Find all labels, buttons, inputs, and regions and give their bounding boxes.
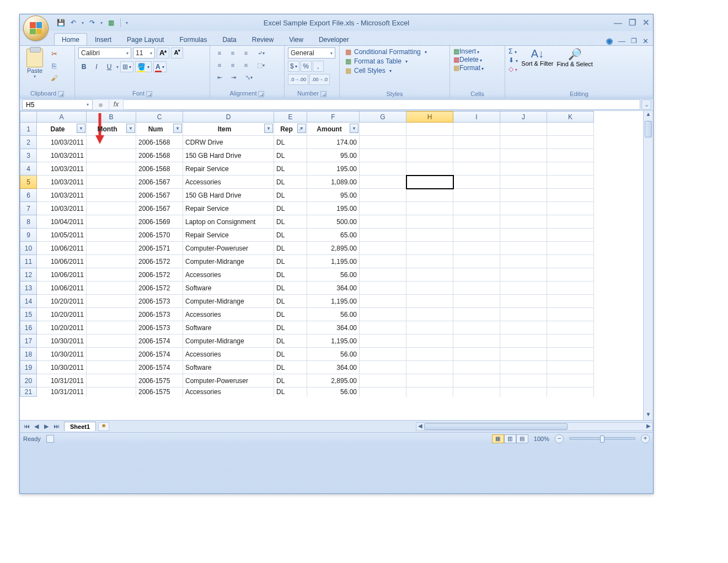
format-as-table-button[interactable]: ▦Format as Table▾ — [343, 57, 429, 66]
cell[interactable] — [500, 268, 547, 282]
fx-cancel-icon[interactable]: ● — [93, 99, 109, 110]
cell[interactable] — [360, 255, 406, 268]
row-header-20[interactable]: 20 — [20, 374, 37, 387]
scroll-down-icon[interactable]: ▼ — [644, 411, 653, 420]
zoom-out-icon[interactable]: − — [555, 434, 564, 443]
tab-insert[interactable]: Insert — [87, 33, 119, 45]
cell[interactable]: 10/05/2011 — [37, 229, 87, 242]
cell[interactable] — [453, 308, 500, 321]
cell[interactable] — [547, 229, 594, 242]
format-button[interactable]: ▦Format▾ — [453, 64, 484, 72]
cell[interactable] — [547, 348, 594, 361]
cell[interactable] — [453, 149, 500, 162]
cell[interactable] — [360, 268, 406, 282]
filter-dropdown-icon[interactable]: ▾ — [350, 124, 358, 133]
page-layout-view-icon[interactable]: ▥ — [504, 434, 516, 443]
col-header-C[interactable]: C — [136, 111, 183, 123]
cell[interactable]: DL — [274, 361, 307, 374]
cell[interactable] — [547, 361, 594, 374]
cell[interactable]: 10/03/2011 — [37, 162, 87, 176]
save-icon[interactable]: 💾 — [56, 18, 65, 27]
cell[interactable] — [406, 202, 453, 215]
excel-icon[interactable]: ▦ — [106, 18, 115, 27]
col-header-E[interactable]: E — [274, 111, 307, 123]
cell[interactable] — [87, 348, 136, 361]
cell[interactable]: 364.00 — [307, 321, 360, 334]
cell[interactable] — [406, 361, 453, 374]
cell[interactable] — [406, 242, 453, 255]
row-header-3[interactable]: 3 — [20, 149, 37, 162]
fill-color-button[interactable]: 🪣▾ — [135, 61, 152, 72]
cell[interactable]: 1,195.00 — [307, 334, 360, 348]
cell[interactable] — [360, 242, 406, 255]
cell[interactable]: DL — [274, 176, 307, 189]
tab-home[interactable]: Home — [54, 33, 87, 45]
cell[interactable] — [406, 321, 453, 334]
paste-button[interactable]: Paste ▾ — [23, 47, 46, 79]
undo-dropdown-icon[interactable]: ▾ — [82, 20, 84, 25]
number-dialog-launcher-icon[interactable] — [320, 91, 326, 97]
cell[interactable] — [500, 308, 547, 321]
cell[interactable] — [453, 202, 500, 215]
cell[interactable] — [500, 123, 547, 136]
cell[interactable]: 10/31/2011 — [37, 374, 87, 387]
cell[interactable] — [87, 361, 136, 374]
tab-page-layout[interactable]: Page Layout — [119, 33, 172, 45]
cell[interactable]: 2006-1573 — [136, 295, 183, 308]
cell[interactable]: Accessories — [183, 268, 274, 282]
cell[interactable]: 10/03/2011 — [37, 136, 87, 149]
filter-dropdown-icon[interactable]: ▾ — [77, 124, 85, 133]
vscroll-thumb[interactable] — [645, 121, 652, 137]
conditional-formatting-button[interactable]: ▦Conditional Formatting▾ — [343, 47, 429, 56]
cell[interactable]: Accessories — [183, 308, 274, 321]
cell[interactable]: Laptop on Consignment — [183, 215, 274, 229]
cell[interactable] — [87, 255, 136, 268]
macro-record-icon[interactable] — [46, 435, 54, 443]
cell[interactable]: 174.00 — [307, 136, 360, 149]
cell[interactable] — [547, 374, 594, 387]
cell[interactable] — [547, 295, 594, 308]
cell[interactable] — [87, 268, 136, 282]
cell[interactable] — [453, 255, 500, 268]
align-right-icon[interactable]: ≡ — [240, 60, 252, 71]
cell[interactable]: 2006-1572 — [136, 268, 183, 282]
cell[interactable]: DL — [274, 202, 307, 215]
cell[interactable]: 150 GB Hard Drive — [183, 189, 274, 202]
cell[interactable]: 10/06/2011 — [37, 242, 87, 255]
alignment-dialog-launcher-icon[interactable] — [258, 91, 264, 97]
redo-dropdown-icon[interactable]: ▾ — [100, 20, 103, 25]
cell[interactable] — [360, 136, 406, 149]
col-header-J[interactable]: J — [500, 111, 547, 123]
cell[interactable] — [406, 308, 453, 321]
name-box[interactable]: H5▾ — [22, 99, 93, 110]
cell[interactable]: DL — [274, 348, 307, 361]
cell[interactable] — [500, 136, 547, 149]
cell[interactable] — [87, 202, 136, 215]
cell[interactable] — [500, 242, 547, 255]
row-header-6[interactable]: 6 — [20, 189, 37, 202]
format-painter-icon[interactable]: 🖌 — [50, 74, 58, 83]
cell[interactable]: 2006-1573 — [136, 321, 183, 334]
cell[interactable] — [406, 255, 453, 268]
cell[interactable]: 364.00 — [307, 361, 360, 374]
cell[interactable] — [547, 176, 594, 189]
accounting-button[interactable]: $▾ — [288, 61, 299, 72]
cell[interactable] — [453, 361, 500, 374]
cell[interactable]: 500.00 — [307, 215, 360, 229]
cell[interactable] — [87, 229, 136, 242]
cell[interactable] — [360, 308, 406, 321]
cell[interactable]: 2006-1567 — [136, 189, 183, 202]
cell[interactable] — [87, 321, 136, 334]
last-sheet-icon[interactable]: ⏭ — [52, 423, 61, 430]
row-header-16[interactable]: 16 — [20, 321, 37, 334]
cell[interactable] — [500, 215, 547, 229]
cell[interactable] — [453, 334, 500, 348]
scroll-up-icon[interactable]: ▲ — [644, 111, 653, 120]
zoom-slider-knob[interactable] — [600, 435, 604, 443]
cell[interactable]: 2006-1568 — [136, 162, 183, 176]
cell[interactable] — [547, 202, 594, 215]
cell[interactable] — [547, 242, 594, 255]
cell[interactable] — [547, 282, 594, 295]
cell[interactable] — [453, 229, 500, 242]
cell[interactable] — [406, 348, 453, 361]
